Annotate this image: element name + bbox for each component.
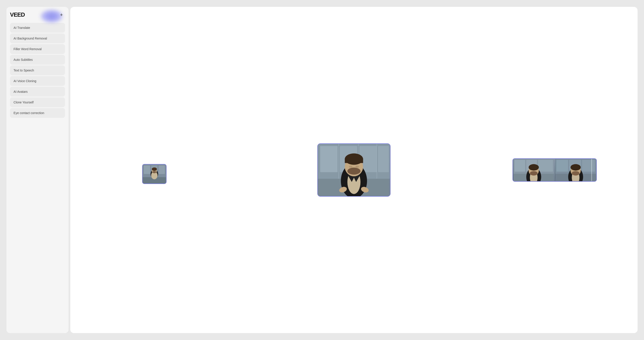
sidebar-item-label-ai-voice-cloning: AI Voice Cloning xyxy=(14,79,36,83)
svg-rect-23 xyxy=(345,159,363,163)
app-container: VEED + AI TranslateAI Background Removal… xyxy=(6,7,638,333)
right-divider xyxy=(592,159,592,181)
svg-rect-43 xyxy=(582,160,595,172)
video-frame-center xyxy=(318,144,390,196)
svg-rect-33 xyxy=(538,160,553,172)
svg-point-38 xyxy=(530,171,538,175)
sidebar-item-ai-avatars[interactable]: AI Avatars xyxy=(10,87,65,97)
svg-point-37 xyxy=(529,164,539,171)
sidebar: VEED + AI TranslateAI Background Removal… xyxy=(6,7,68,333)
sidebar-item-label-auto-subtitles: Auto Subtitles xyxy=(14,58,32,62)
sidebar-item-label-text-to-speech: Text to Speech xyxy=(14,69,34,72)
video-frame-right-2 xyxy=(555,159,596,181)
svg-rect-31 xyxy=(514,160,525,172)
sidebar-item-ai-background-removal[interactable]: AI Background Removal xyxy=(10,34,65,43)
sidebar-item-label-eye-contact-correction: Eye contact correction xyxy=(14,111,44,115)
sidebar-item-label-filler-word-removal: Filler Word Removal xyxy=(14,47,42,51)
svg-rect-4 xyxy=(158,166,165,174)
svg-point-8 xyxy=(152,167,157,171)
sidebar-item-label-clone-yourself: Clone Yourself xyxy=(14,101,34,104)
video-frame-left xyxy=(142,164,166,184)
svg-point-24 xyxy=(348,168,360,174)
svg-point-9 xyxy=(152,171,156,173)
video-thumb-left[interactable] xyxy=(142,164,166,184)
sidebar-item-eye-contact-correction[interactable]: Eye contact correction xyxy=(10,108,65,118)
sidebar-item-clone-yourself[interactable]: Clone Yourself xyxy=(10,97,65,107)
new-project-button[interactable]: + xyxy=(58,11,65,19)
sidebar-item-ai-translate[interactable]: AI Translate xyxy=(10,23,65,33)
svg-point-48 xyxy=(572,171,580,175)
sidebar-item-filler-word-removal[interactable]: Filler Word Removal xyxy=(10,44,65,54)
svg-point-47 xyxy=(570,164,580,171)
sidebar-item-auto-subtitles[interactable]: Auto Subtitles xyxy=(10,55,65,65)
sidebar-item-label-ai-avatars: AI Avatars xyxy=(14,90,28,93)
svg-rect-41 xyxy=(556,160,568,172)
svg-rect-15 xyxy=(378,146,389,172)
video-frame-right-1 xyxy=(513,159,555,181)
video-thumb-center[interactable] xyxy=(317,143,390,197)
video-scene xyxy=(156,135,553,205)
logo-area: VEED + xyxy=(10,11,65,19)
svg-point-25 xyxy=(349,166,352,168)
sidebar-item-label-ai-translate: AI Translate xyxy=(14,26,30,30)
svg-point-26 xyxy=(356,166,359,168)
app-logo: VEED xyxy=(10,11,25,18)
svg-rect-12 xyxy=(320,146,338,172)
sidebar-item-ai-voice-cloning[interactable]: AI Voice Cloning xyxy=(10,76,65,86)
svg-rect-2 xyxy=(144,166,150,174)
sidebar-item-label-ai-background-removal: AI Background Removal xyxy=(14,37,47,40)
sidebar-item-text-to-speech[interactable]: Text to Speech xyxy=(10,66,65,75)
video-thumb-right[interactable] xyxy=(512,158,597,182)
nav-items-container: AI TranslateAI Background RemovalFiller … xyxy=(10,23,65,119)
main-content xyxy=(70,7,638,333)
